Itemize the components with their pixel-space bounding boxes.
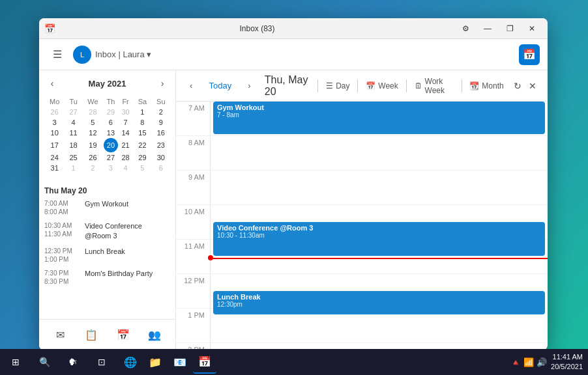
mail-nav-button[interactable]: ✉ <box>47 322 73 348</box>
time-slot[interactable]: Video Conference @Room 3 10:30 - 11:30am <box>210 205 548 239</box>
cal-day-cell[interactable]: 16 <box>152 128 170 138</box>
prev-button[interactable]: ‹ <box>184 77 199 95</box>
network-icon[interactable]: 🔺 <box>510 357 521 367</box>
cal-day-cell[interactable]: 11 <box>65 128 82 138</box>
refresh-button[interactable]: ↻ <box>510 77 525 95</box>
cal-day-cell[interactable]: 4 <box>118 163 133 173</box>
next-month-button[interactable]: › <box>154 76 170 91</box>
calendar-nav-button[interactable]: 📅 <box>110 322 136 348</box>
taskview-button[interactable]: ⊡ <box>89 349 115 375</box>
cal-day-cell[interactable]: 2 <box>82 163 104 173</box>
cal-day-header: Sa <box>133 96 151 107</box>
next-button[interactable]: › <box>242 77 257 95</box>
cal-day-cell[interactable]: 13 <box>104 128 118 138</box>
time-slot[interactable] <box>210 136 548 170</box>
cal-day-cell[interactable]: 4 <box>65 117 82 128</box>
prev-month-button[interactable]: ‹ <box>44 76 60 91</box>
settings-button[interactable]: ⚙ <box>455 20 476 38</box>
cal-day-cell[interactable]: 8 <box>133 117 151 128</box>
cal-day-cell[interactable]: 1 <box>65 163 82 173</box>
search-button[interactable]: 🔍 <box>31 349 57 375</box>
volume-icon[interactable]: 🔊 <box>537 357 547 367</box>
cal-day-cell[interactable]: 7 <box>118 117 133 128</box>
event-block[interactable]: Video Conference @Room 3 10:30 - 11:30am <box>213 222 545 256</box>
cal-day-cell[interactable]: 3 <box>104 163 118 173</box>
cal-day-cell[interactable]: 21 <box>118 138 133 152</box>
cortana-button[interactable]: 🗣 <box>60 349 86 375</box>
today-button[interactable]: Today <box>204 78 237 93</box>
cal-day-cell[interactable]: 24 <box>44 152 65 163</box>
cal-day-cell[interactable]: 17 <box>44 138 65 152</box>
cal-day-cell[interactable]: 29 <box>133 152 151 163</box>
cal-day-cell[interactable]: 26 <box>82 152 104 163</box>
clock[interactable]: 11:41 AM 20/5/2021 <box>551 352 583 372</box>
titlebar-controls: ⚙ — ❐ ✕ <box>455 20 542 38</box>
cal-day-cell[interactable]: 28 <box>118 152 133 163</box>
event-block[interactable]: Lunch Break 12:30pm <box>213 291 545 314</box>
cal-day-cell[interactable]: 30 <box>118 107 133 117</box>
cal-day-cell[interactable]: 29 <box>104 107 118 117</box>
cal-day-cell[interactable]: 28 <box>82 107 104 117</box>
week-view-button[interactable]: 📅 Week <box>360 79 403 93</box>
cal-day-cell[interactable]: 5 <box>133 163 151 173</box>
day-view-button[interactable]: ☰ Day <box>321 79 355 93</box>
cal-day-cell[interactable]: 1 <box>133 107 151 117</box>
agenda-item[interactable]: 12:30 PM1:00 PM Lunch Break <box>44 247 170 264</box>
calendar-taskbar-icon[interactable]: 📅 <box>193 350 216 374</box>
cal-day-cell[interactable]: 23 <box>152 138 170 152</box>
hamburger-menu[interactable]: ☰ <box>47 44 68 65</box>
calendar-icon[interactable]: 📅 <box>519 44 540 65</box>
time-label: 10 AM <box>176 205 210 239</box>
edge-icon[interactable]: 🌐 <box>119 350 142 374</box>
day-view[interactable]: 7 AM Gym Workout 7 - 8am 8 AM9 AM10 AM V… <box>176 102 548 350</box>
cal-day-cell[interactable]: 9 <box>152 117 170 128</box>
close-view-button[interactable]: ✕ <box>525 77 540 95</box>
agenda-item[interactable]: 10:30 AM11:30 AM Video Conference @Room … <box>44 221 170 242</box>
account-info[interactable]: L Inbox | Laura ▾ <box>73 46 151 64</box>
cal-day-cell[interactable]: 27 <box>65 107 82 117</box>
time-slot[interactable] <box>210 171 548 204</box>
time-slot[interactable]: Gym Workout 7 - 8am <box>210 102 548 135</box>
close-button[interactable]: ✕ <box>522 20 542 38</box>
time-slot[interactable]: Lunch Break 12:30pm <box>210 274 548 308</box>
cal-day-cell[interactable]: 19 <box>82 138 104 152</box>
workweek-view-button[interactable]: 🗓 Work Week <box>409 74 459 98</box>
cal-day-cell[interactable]: 3 <box>44 117 65 128</box>
cal-day-cell[interactable]: 12 <box>82 128 104 138</box>
time-row: 9 AM <box>176 171 548 205</box>
explorer-icon[interactable]: 📁 <box>143 350 167 374</box>
cal-day-cell[interactable]: 25 <box>65 152 82 163</box>
cal-day-cell[interactable]: 26 <box>44 107 65 117</box>
agenda-item[interactable]: 7:30 PM8:30 PM Mom's Birthday Party <box>44 269 170 286</box>
cal-day-cell[interactable]: 30 <box>152 152 170 163</box>
cal-day-cell[interactable]: 14 <box>118 128 133 138</box>
cal-day-cell[interactable]: 31 <box>44 163 65 173</box>
wifi-icon[interactable]: 📶 <box>523 357 534 367</box>
cal-day-cell[interactable]: 15 <box>133 128 151 138</box>
cal-day-cell[interactable]: 5 <box>82 117 104 128</box>
agenda-items: 7:00 AM8:00 AM Gym Workout 10:30 AM11:30… <box>44 199 170 286</box>
cal-day-cell[interactable]: 18 <box>65 138 82 152</box>
cal-day-cell[interactable]: 10 <box>44 128 65 138</box>
notes-nav-button[interactable]: 📋 <box>78 322 104 348</box>
people-nav-button[interactable]: 👥 <box>141 322 168 348</box>
avatar: L <box>73 46 91 64</box>
mail-icon[interactable]: 📧 <box>168 350 192 374</box>
event-block[interactable]: Gym Workout 7 - 8am <box>213 102 545 134</box>
agenda-time: 10:30 AM11:30 AM <box>44 221 81 242</box>
month-view-button[interactable]: 📆 Month <box>464 79 508 93</box>
mini-cal-grid: MoTuWeThFrSaSu 2627282930123456789101112… <box>44 96 170 173</box>
start-button[interactable]: ⊞ <box>3 349 29 375</box>
cal-day-cell[interactable]: 22 <box>133 138 151 152</box>
mini-cal-title: May 2021 <box>89 79 126 89</box>
app-body: ‹ May 2021 › MoTuWeThFrSaSu 262728293012… <box>39 70 548 350</box>
restore-button[interactable]: ❐ <box>499 20 520 38</box>
cal-day-cell[interactable]: 20 <box>104 138 118 152</box>
cal-day-cell[interactable]: 6 <box>152 163 170 173</box>
cal-day-cell[interactable]: 2 <box>152 107 170 117</box>
agenda-item[interactable]: 7:00 AM8:00 AM Gym Workout <box>44 199 170 216</box>
minimize-button[interactable]: — <box>477 20 498 38</box>
cal-day-cell[interactable]: 27 <box>104 152 118 163</box>
time-row: 10 AM Video Conference @Room 3 10:30 - 1… <box>176 205 548 240</box>
cal-day-cell[interactable]: 6 <box>104 117 118 128</box>
